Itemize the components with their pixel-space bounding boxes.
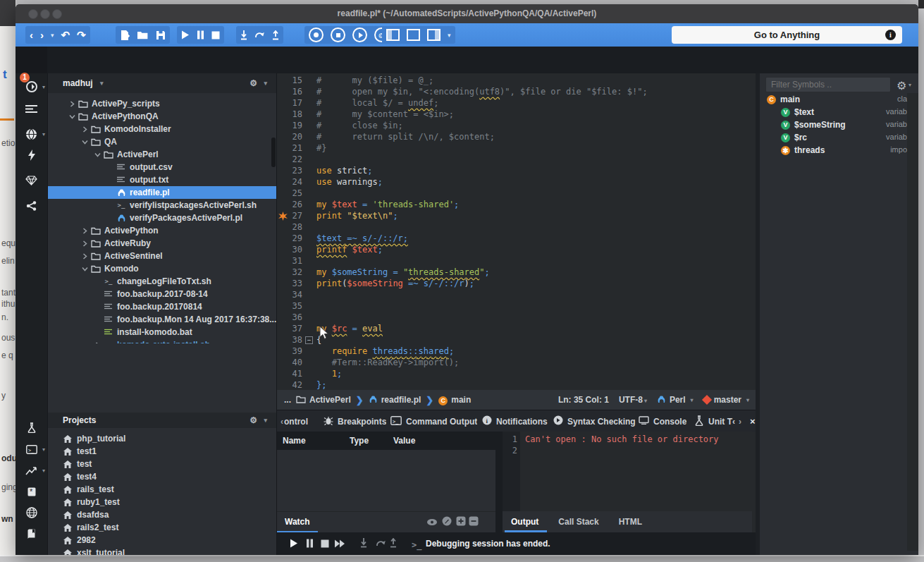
interactive-shell-icon[interactable]: >_ [412,538,421,551]
tabs-scroll-right[interactable]: › [739,417,741,427]
gem-icon[interactable] [16,170,47,191]
share-icon[interactable] [16,195,47,216]
tree-item-foo.backup.Mon 14 Aug 2017 16:37:38...[interactable]: foo.backup.Mon 14 Aug 2017 16:37:38... [48,313,277,326]
project-item-test4[interactable]: test4 [48,470,277,483]
tree-item-verifyPackagesActivePerl.pl[interactable]: verifyPackagesActivePerl.pl [48,212,277,224]
breadcrumb-item-ActivePerl[interactable]: ActivePerl [296,395,351,405]
stop-icon[interactable] [211,26,220,44]
pencil-icon[interactable] [442,516,452,529]
caret-icon[interactable]: ▾ [448,26,451,44]
symbol-item-main[interactable]: Cmain [760,93,914,106]
project-item-rails_test[interactable]: rails_test [48,483,277,496]
tree-item-QA[interactable]: QA [48,135,277,148]
chart-icon[interactable]: ▾ [16,460,47,481]
project-item-test1[interactable]: test1 [48,445,277,458]
tree-item-ActiveSentinel[interactable]: ActiveSentinel [48,250,277,262]
new-tab-button[interactable] [16,47,47,73]
tree-item-output.txt[interactable]: output.txt [48,173,277,186]
breadcrumb-ellipsis[interactable]: ... [284,395,291,405]
breadcrumb-item-readfile.pl[interactable]: readfile.pl [369,395,421,405]
tree-item-output.csv[interactable]: output.csv [48,161,277,173]
tree-item-verifylistpackagesActivePerl.sh[interactable]: >_verifylistpackagesActivePerl.sh [48,199,277,212]
new-file-icon[interactable] [120,26,130,44]
bottom-panel-divider[interactable] [495,432,503,532]
projects-header[interactable]: Projects ⚙ ▾ [48,413,277,428]
bottom-tab-Notifications[interactable]: iNotifications [482,415,548,427]
project-item-ruby1_test[interactable]: ruby1_test [48,496,277,508]
gear-icon[interactable]: ⚙ [250,415,257,425]
layout-bottom-icon[interactable] [407,26,420,44]
encoding-selector[interactable]: UTF-8▾ [619,395,647,405]
record-stop-icon[interactable] [331,26,345,44]
tree-item-foo.backup.2017-08-14[interactable]: foo.backup.2017-08-14 [48,288,277,300]
bottom-tab-Command-Output[interactable]: >_Command Output [390,416,477,427]
back-icon[interactable]: ‹ [30,26,33,44]
tree-item-komodo-auto-install.sh[interactable]: >_komodo-auto-install.sh [48,338,277,343]
step-out-icon[interactable] [272,26,279,44]
bottom-tab-Syntax-Checking[interactable]: Syntax Checking [553,415,636,427]
breadcrumb-item-main[interactable]: Cmain [438,395,471,405]
chevron-down-icon[interactable] [80,140,89,145]
project-item-2982[interactable]: 2982 [48,534,277,546]
step-over-icon[interactable] [376,538,386,551]
tree-item-ActiveRuby[interactable]: ActiveRuby [48,237,277,250]
tree-item-Komodo[interactable]: Komodo [48,262,277,275]
project-item-dsafdsa[interactable]: dsafdsa [48,508,277,521]
tree-item-ActivePy_scripts[interactable]: ActivePy_scripts [48,97,277,110]
pause-icon[interactable] [306,538,314,551]
step-over-icon[interactable] [254,26,265,44]
tab-watch[interactable]: Watch [285,517,310,527]
bottom-tab-Breakpoints[interactable]: Breakpoints [324,416,386,427]
tabs-scroll-left[interactable]: ‹ [281,417,283,427]
tree-item-KomodoInstaller[interactable]: KomodoInstaller [48,123,277,135]
tree-item-install-komodo.bat[interactable]: install-komodo.bat [48,326,277,338]
console-tab-HTML[interactable]: HTML [619,517,642,527]
bottom-tab-ontrol[interactable]: ontrol [284,417,308,427]
console-tab-Call-Stack[interactable]: Call Stack [558,517,598,527]
filter-symbols-input[interactable] [765,77,891,92]
places-header[interactable]: madhuj ▾ ⚙ ▾ [48,73,277,93]
tree-item-ActivePython[interactable]: ActivePython [48,224,277,237]
globe-icon[interactable]: ▾ [16,123,47,145]
add-watch-icon[interactable] [456,516,466,529]
open-folder-icon[interactable] [137,26,149,44]
language-selector[interactable]: Perl▾ [657,395,694,405]
column-header-Value[interactable]: Value [393,436,415,446]
git-branch-selector[interactable]: master▾ [703,395,749,405]
tree-item-ActivePerl[interactable]: ActivePerl [48,148,277,161]
play-icon[interactable] [290,538,298,551]
chevron-right-icon[interactable] [93,342,101,344]
fold-collapse-icon[interactable]: − [305,336,313,344]
symbols-scrollbar-gutter[interactable] [907,93,918,551]
chevron-right-icon[interactable] [68,101,76,107]
debug-output-console[interactable]: 12 Can't open : No such file or director… [503,432,752,511]
chevron-right-icon[interactable] [80,253,89,259]
project-item-php_tutorial[interactable]: php_tutorial [48,432,277,445]
layout-right-icon[interactable] [427,26,441,44]
gear-icon[interactable]: ⚙ [897,79,906,92]
caret-icon[interactable]: ▾ [51,26,54,44]
chevron-down-icon[interactable] [68,114,76,119]
project-item-rails2_test[interactable]: rails2_test [48,521,277,534]
run-icon[interactable] [181,26,190,44]
eye-icon[interactable] [426,516,438,529]
chevron-right-icon[interactable] [80,126,89,133]
bottom-tab-Console[interactable]: Console [639,416,686,427]
code-editor[interactable]: 15# my ($file) = @_;16# open my $in, "<:… [277,73,756,390]
redo-icon[interactable]: ↷ [77,26,86,44]
go-to-anything-input[interactable]: Go to Anything i [672,26,902,44]
step-in-icon[interactable] [240,26,247,44]
chevron-right-icon[interactable] [80,228,89,234]
layout-left-icon[interactable] [386,26,400,44]
fast-forward-icon[interactable] [334,538,345,551]
info-icon[interactable]: i [885,30,896,40]
book-icon[interactable] [16,523,47,544]
lines-icon[interactable] [16,98,47,119]
console-tab-Output[interactable]: Output [511,517,538,527]
column-header-Name[interactable]: Name [283,436,306,446]
chevron-right-icon[interactable] [80,240,89,247]
tree-item-foo.backup.20170814[interactable]: foo.backup.20170814 [48,300,277,313]
stop-icon[interactable] [321,538,329,551]
tree-item-changeLogFileToTxt.sh[interactable]: >_changeLogFileToTxt.sh [48,275,277,288]
column-header-Type[interactable]: Type [350,436,369,446]
